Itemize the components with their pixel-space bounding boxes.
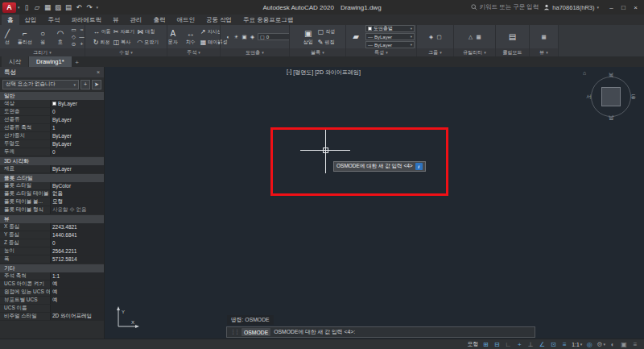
redo-icon[interactable]: ↷ bbox=[85, 2, 95, 13]
open-file-icon[interactable]: ▱ bbox=[32, 2, 43, 13]
ribbon-dropdown[interactable]: ▢0▾ bbox=[258, 33, 289, 40]
ortho-mode-icon[interactable]: ⊥ bbox=[526, 339, 535, 349]
property-row[interactable]: 플롯 스타일 테이블없음 bbox=[0, 190, 104, 198]
dynamic-input-icon[interactable]: + bbox=[514, 339, 524, 349]
ribbon-button-자르기[interactable]: ✂자르기 bbox=[114, 28, 135, 35]
panel-label-modify[interactable]: 수정▾ bbox=[85, 48, 167, 56]
plot-icon[interactable]: ▤ bbox=[64, 2, 74, 13]
ribbon-mini-button[interactable]: ☀ bbox=[233, 33, 240, 40]
ribbon-tab-파라메트릭[interactable]: 파라메트릭 bbox=[66, 15, 108, 25]
annotation-scale-button[interactable]: 1:1▾ bbox=[571, 339, 583, 349]
ribbon-tab-뷰[interactable]: 뷰 bbox=[107, 15, 125, 25]
ribbon-button-편집[interactable]: ✎편집 bbox=[318, 39, 336, 46]
property-row[interactable]: UCS 아이콘 켜기예 bbox=[0, 280, 104, 289]
ribbon-button-대칭[interactable]: ⋈대칭 bbox=[137, 28, 159, 35]
ribbon-mini-button[interactable]: ▢ bbox=[436, 33, 443, 40]
panel-label-layers[interactable]: 도면층▾ bbox=[221, 48, 289, 56]
ribbon-button-도면층 특성[interactable]: ≣도면층 특성 bbox=[221, 28, 223, 45]
qat-chevron-icon[interactable]: ▾ bbox=[97, 5, 99, 10]
user-account-button[interactable]: ha708618(hR3) ▾ bbox=[543, 4, 599, 11]
property-row[interactable]: 재료ByLayer bbox=[0, 165, 104, 173]
minimize-button[interactable]: – bbox=[605, 1, 617, 14]
drag-grip-icon[interactable]: ⋮⋮ bbox=[230, 329, 238, 335]
property-row[interactable]: 색상ByLayer bbox=[0, 100, 104, 108]
ribbon-button-회전[interactable]: ↻회전 bbox=[93, 39, 111, 46]
ribbon-dropdown[interactable]: 도면층별▾ bbox=[365, 25, 415, 32]
infer-constraints-icon[interactable]: ∟ bbox=[503, 339, 513, 349]
ribbon-mini-button[interactable]: ◈ bbox=[427, 33, 435, 40]
new-file-icon[interactable]: ▯ bbox=[22, 2, 32, 13]
panel-label-clipboard[interactable]: 클립보드 bbox=[496, 48, 529, 56]
ribbon-button-폴리선[interactable]: ⌐폴리선 bbox=[17, 28, 33, 45]
palette-section-플롯 스타일[interactable]: 플롯 스타일 bbox=[0, 173, 104, 182]
ribbon-button-이동[interactable]: ↔이동 bbox=[93, 28, 111, 35]
property-row[interactable]: Y 중심1440.6841 bbox=[0, 231, 104, 239]
new-drawing-tab-button[interactable]: + bbox=[72, 58, 82, 67]
customize-menu-icon[interactable]: ≡ bbox=[630, 339, 640, 349]
ribbon-mini-button[interactable]: ◈ bbox=[249, 33, 256, 40]
ribbon-button-지시선[interactable]: ↗지시선 bbox=[200, 28, 220, 35]
property-row[interactable]: 선종류 축척1 bbox=[0, 124, 104, 132]
ribbon-dropdown[interactable]: —ByLayer▾ bbox=[365, 33, 415, 40]
palette-section-뷰[interactable]: 뷰 bbox=[0, 214, 104, 223]
viewcube-east-label[interactable]: 동 bbox=[631, 93, 637, 101]
viewcube-west-label[interactable]: 서 bbox=[586, 93, 592, 101]
ribbon-button-문자[interactable]: A문자 bbox=[167, 28, 181, 45]
command-line-input[interactable]: ⋮⋮ OSMODE OSMODE에 대한 새 값 입력 <4>: bbox=[226, 326, 535, 338]
palette-section-기타[interactable]: 기타 bbox=[0, 264, 104, 272]
ribbon-button-선[interactable]: ╱선 bbox=[0, 28, 15, 45]
property-row[interactable]: 높이2564.2211 bbox=[0, 247, 104, 256]
ribbon-mini-button[interactable]: ≈ bbox=[78, 26, 85, 33]
property-row[interactable]: Z 중심0 bbox=[0, 239, 104, 247]
snap-mode-icon[interactable]: ⊟ bbox=[492, 339, 502, 349]
ribbon-button-치수[interactable]: ↔치수 bbox=[183, 28, 199, 45]
search-box[interactable]: 키워드 또는 구문 입력 bbox=[471, 3, 539, 11]
ribbon-tab-공동 작업[interactable]: 공동 작업 bbox=[200, 15, 237, 25]
panel-label-block[interactable]: 블록▾ bbox=[290, 48, 345, 56]
ribbon-tab-주석[interactable]: 주석 bbox=[43, 15, 66, 25]
property-row[interactable]: 플롯 테이블 붙...모형 bbox=[0, 198, 104, 206]
panel-label-view[interactable]: 뷰▾ bbox=[530, 48, 558, 56]
ribbon-button-호[interactable]: ◠호 bbox=[52, 28, 68, 45]
close-button[interactable]: × bbox=[630, 1, 642, 14]
ribbon-button-paste-icon[interactable]: ▤ bbox=[505, 31, 521, 43]
polar-tracking-icon[interactable]: ∠ bbox=[537, 339, 547, 349]
panel-label-groups[interactable]: 그룹▾ bbox=[417, 48, 453, 56]
ribbon-tab-홈[interactable]: 홈 bbox=[2, 15, 19, 25]
ribbon-tab-삽입[interactable]: 삽입 bbox=[19, 15, 43, 25]
viewcube-south-label[interactable]: 남 bbox=[609, 114, 614, 122]
panel-label-draw[interactable]: 그리기▾ bbox=[0, 48, 85, 56]
object-snap-icon[interactable]: ⊡ bbox=[548, 339, 558, 349]
workspace-switching-icon[interactable]: ⚙▾ bbox=[596, 339, 606, 349]
ribbon-button-복사[interactable]: ◫복사 bbox=[114, 39, 135, 46]
app-menu-chevron-icon[interactable]: ▾ bbox=[18, 5, 20, 10]
ribbon-button-모깎기[interactable]: ◠모깎기 bbox=[137, 39, 159, 46]
property-row[interactable]: 플롯 테이블 형식사용할 수 없음 bbox=[0, 206, 104, 214]
property-row[interactable]: 도면층0 bbox=[0, 108, 104, 116]
ribbon-button-원[interactable]: ○원 bbox=[35, 28, 51, 45]
quick-select-button[interactable]: ➤ bbox=[92, 80, 101, 89]
ribbon-mini-button[interactable]: ◇ bbox=[70, 33, 77, 40]
undo-icon[interactable]: ↶ bbox=[74, 2, 85, 13]
property-row[interactable]: 투명도ByLayer bbox=[0, 140, 104, 148]
viewport-visual-style-control[interactable]: [2D 와이어프레임] bbox=[315, 69, 361, 77]
property-row[interactable]: 두께0 bbox=[0, 148, 104, 156]
toggle-pickadd-button[interactable]: + bbox=[80, 80, 90, 89]
file-tab-시작[interactable]: 시작 bbox=[2, 56, 28, 67]
palette-section-일반[interactable]: 일반 bbox=[0, 91, 104, 100]
property-row[interactable]: 폭5712.5814 bbox=[0, 256, 104, 264]
ribbon-tab-애드인[interactable]: 애드인 bbox=[171, 15, 201, 25]
app-menu-button[interactable]: A bbox=[2, 2, 16, 13]
viewport-view-control[interactable]: [평면도] bbox=[293, 69, 313, 77]
palette-close-icon[interactable]: × bbox=[97, 69, 100, 75]
isolate-objects-icon[interactable]: ◐ bbox=[608, 339, 617, 349]
property-row[interactable]: 선가중치ByLayer bbox=[0, 132, 104, 140]
selection-dropdown[interactable]: 선택 요소가 없습니다 ▾ bbox=[2, 80, 79, 89]
model-space-button[interactable]: 모형 bbox=[467, 339, 480, 349]
ribbon-dropdown[interactable]: —ByLayer▾ bbox=[365, 41, 415, 48]
ribbon-button-테이블[interactable]: ▦테이블 bbox=[200, 39, 220, 46]
property-row[interactable]: 뷰포트별 UCS예 bbox=[0, 297, 104, 305]
panel-label-utilities[interactable]: 유틸리티▾ bbox=[454, 48, 495, 56]
ribbon-button-match-properties-icon[interactable]: ▰ bbox=[348, 31, 364, 43]
save-icon[interactable]: ▦ bbox=[43, 2, 53, 13]
